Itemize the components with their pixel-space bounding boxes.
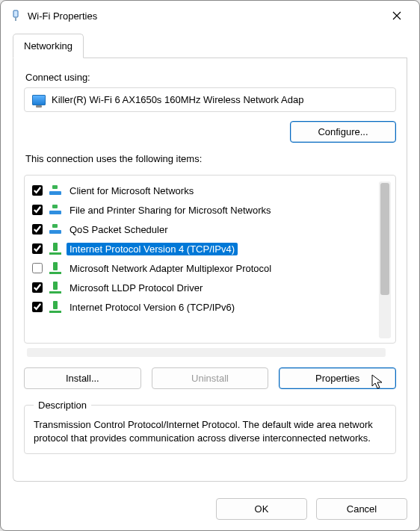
protocol-icon [49, 261, 62, 275]
connect-using-label: Connect using: [25, 72, 396, 83]
description-group: Description Transmission Control Protoco… [24, 400, 396, 454]
service-icon [49, 203, 62, 217]
connection-item[interactable]: Client for Microsoft Networks [31, 181, 374, 199]
configure-button[interactable]: Configure... [290, 121, 396, 143]
item-checkbox[interactable] [32, 302, 43, 312]
service-icon [49, 223, 62, 236]
item-checkbox[interactable] [32, 224, 43, 235]
item-checkbox[interactable] [32, 185, 43, 196]
item-checkbox[interactable] [32, 263, 43, 273]
service-icon [49, 184, 62, 197]
adapter-name: Killer(R) Wi-Fi 6 AX1650s 160MHz Wireles… [52, 94, 303, 105]
window-title: Wi-Fi Properties [28, 10, 380, 22]
item-checkbox[interactable] [32, 243, 43, 254]
item-checkbox[interactable] [32, 282, 43, 293]
item-checkbox[interactable] [32, 205, 43, 215]
connection-item[interactable]: File and Printer Sharing for Microsoft N… [31, 201, 374, 219]
svg-rect-0 [13, 10, 18, 17]
network-adapter-title-icon [10, 10, 22, 22]
connection-item[interactable]: Internet Protocol Version 6 (TCP/IPv6) [31, 298, 374, 316]
protocol-icon [49, 242, 62, 255]
dialog-footer: OK Cancel [1, 491, 419, 530]
connection-item[interactable]: Microsoft LLDP Protocol Driver [31, 279, 374, 296]
connection-items-list[interactable]: Client for Microsoft NetworksFile and Pr… [29, 180, 376, 340]
items-horizontal-scrollbar[interactable] [27, 348, 386, 357]
svg-rect-1 [15, 17, 16, 21]
adapter-icon [32, 95, 46, 105]
item-label: Client for Microsoft Networks [67, 184, 197, 197]
item-label: Internet Protocol Version 6 (TCP/IPv6) [67, 301, 238, 314]
cancel-button[interactable]: Cancel [316, 498, 407, 520]
networking-panel: Connect using: Killer(R) Wi-Fi 6 AX1650s… [13, 58, 407, 482]
item-label: Microsoft LLDP Protocol Driver [67, 282, 206, 294]
protocol-icon [49, 300, 62, 314]
protocol-icon [49, 281, 62, 294]
items-scrollbar[interactable] [379, 181, 391, 338]
item-label: File and Printer Sharing for Microsoft N… [67, 204, 274, 217]
item-label: Internet Protocol Version 4 (TCP/IPv4) [67, 243, 238, 255]
wifi-properties-window: Wi-Fi Properties Networking Connect usin… [0, 0, 420, 531]
close-icon [392, 11, 401, 20]
close-button[interactable] [380, 4, 413, 27]
properties-button[interactable]: Properties [279, 367, 396, 389]
description-legend: Description [34, 400, 91, 411]
scrollbar-thumb[interactable] [380, 183, 389, 295]
install-button[interactable]: Install... [24, 367, 141, 389]
ok-button[interactable]: OK [216, 498, 307, 520]
connection-item[interactable]: Internet Protocol Version 4 (TCP/IPv4) [31, 240, 374, 258]
tab-networking[interactable]: Networking [13, 34, 84, 58]
description-text: Transmission Control Protocol/Internet P… [34, 418, 386, 444]
titlebar: Wi-Fi Properties [1, 1, 419, 31]
tab-strip: Networking [13, 34, 407, 58]
uninstall-button: Uninstall [152, 367, 269, 389]
connection-item[interactable]: QoS Packet Scheduler [31, 220, 374, 238]
connection-item[interactable]: Microsoft Network Adapter Multiplexor Pr… [31, 259, 374, 277]
adapter-field[interactable]: Killer(R) Wi-Fi 6 AX1650s 160MHz Wireles… [24, 87, 396, 112]
connection-items-box: Client for Microsoft NetworksFile and Pr… [24, 175, 396, 344]
items-list-label: This connection uses the following items… [25, 153, 396, 164]
item-label: QoS Packet Scheduler [67, 223, 171, 236]
item-label: Microsoft Network Adapter Multiplexor Pr… [67, 262, 274, 275]
